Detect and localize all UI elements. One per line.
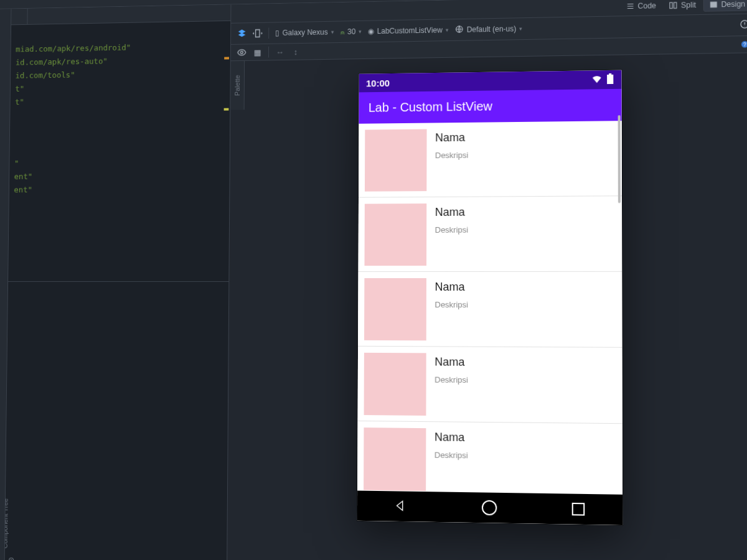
- list-item-thumbnail: [364, 353, 426, 416]
- status-time: 10:00: [366, 77, 390, 88]
- list-item-title: Nama: [435, 355, 468, 368]
- theme-icon: ◉: [368, 27, 374, 35]
- list-item: Nama Deskripsi: [358, 272, 622, 348]
- pan-horizontal-icon[interactable]: ↔: [275, 47, 285, 57]
- warning-marker-icon[interactable]: [224, 57, 229, 59]
- list-item-title: Nama: [435, 431, 468, 444]
- help-icon[interactable]: ?: [740, 39, 747, 49]
- list-item-thumbnail: [364, 129, 426, 192]
- svg-rect-6: [674, 2, 677, 8]
- app-title: Lab - Custom ListView: [369, 100, 492, 114]
- svg-rect-13: [607, 74, 613, 83]
- orientation-icon[interactable]: [253, 29, 263, 39]
- svg-point-9: [741, 20, 747, 27]
- list-item-title: Nama: [435, 206, 469, 219]
- surface-icon[interactable]: [237, 29, 247, 39]
- layout-editor: Code Split Design: [227, 0, 747, 560]
- design-view-icon: [709, 0, 718, 9]
- list-view: Nama Deskripsi Nama Deskripsi: [357, 121, 622, 495]
- view-mode-split[interactable]: Split: [663, 0, 702, 12]
- list-item: Nama Deskripsi: [357, 347, 622, 424]
- list-item-desc: Deskripsi: [435, 375, 468, 385]
- list-item-title: Nama: [435, 131, 469, 144]
- list-item-thumbnail: [364, 203, 426, 266]
- component-tree-icon[interactable]: [7, 556, 15, 560]
- list-item-desc: Deskripsi: [435, 151, 469, 160]
- list-item: Nama Deskripsi: [358, 196, 622, 272]
- split-view-icon: [669, 1, 677, 10]
- list-item-thumbnail: [364, 278, 426, 340]
- app-bar: Lab - Custom ListView: [359, 89, 621, 124]
- battery-icon: [606, 73, 614, 86]
- view-mode-code[interactable]: Code: [620, 0, 662, 13]
- warnings-icon[interactable]: [740, 19, 747, 31]
- theme-dropdown[interactable]: ◉ LabCustomListView▾: [368, 26, 449, 35]
- svg-rect-5: [670, 2, 672, 8]
- weak-warning-marker-icon[interactable]: [224, 108, 229, 111]
- editor-tab[interactable]: [11, 9, 28, 24]
- list-item-title: Nama: [435, 281, 468, 294]
- blueprint-toggle-icon[interactable]: ▦: [253, 47, 263, 57]
- svg-point-10: [240, 51, 243, 54]
- view-mode-design[interactable]: Design: [703, 0, 747, 12]
- android-icon: ⍝: [340, 27, 344, 36]
- svg-text:?: ?: [743, 42, 746, 47]
- code-content[interactable]: miad.com/apk/res/android" id.com/apk/res…: [9, 21, 231, 197]
- list-item-thumbnail: [364, 427, 426, 491]
- device-preview: 10:00 Lab - Custom ListView: [357, 70, 622, 525]
- device-preview-dropdown[interactable]: ▯ Galaxy Nexus▾: [275, 28, 334, 37]
- palette-tab[interactable]: Palette: [230, 61, 245, 110]
- nav-home-icon[interactable]: [481, 500, 496, 516]
- list-item-desc: Deskripsi: [435, 450, 468, 460]
- globe-icon: [455, 24, 464, 35]
- eye-icon[interactable]: [237, 47, 247, 57]
- list-item-desc: Deskripsi: [435, 300, 468, 309]
- code-editor-panel: miad.com/apk/res/android" id.com/apk/res…: [4, 4, 231, 560]
- nav-recent-icon[interactable]: [571, 503, 585, 516]
- api-level-dropdown[interactable]: ⍝ 30▾: [340, 27, 362, 36]
- locale-dropdown[interactable]: Default (en-us)▾: [455, 24, 523, 35]
- component-tree-tab[interactable]: Component Tree: [4, 498, 9, 549]
- phone-icon: ▯: [275, 29, 280, 37]
- nav-back-icon[interactable]: [393, 498, 407, 515]
- svg-rect-7: [710, 2, 717, 8]
- pan-vertical-icon[interactable]: ↕: [291, 47, 301, 57]
- design-surface[interactable]: Palette 10:00: [227, 53, 747, 560]
- code-view-icon: [626, 2, 634, 11]
- list-item: Nama Deskripsi: [359, 121, 622, 198]
- list-item: Nama Deskripsi: [357, 421, 622, 495]
- wifi-icon: [591, 73, 602, 86]
- preview-scrollbar[interactable]: [618, 115, 620, 203]
- list-item-desc: Deskripsi: [435, 225, 469, 235]
- svg-rect-14: [609, 73, 611, 74]
- android-nav-bar: [357, 491, 622, 526]
